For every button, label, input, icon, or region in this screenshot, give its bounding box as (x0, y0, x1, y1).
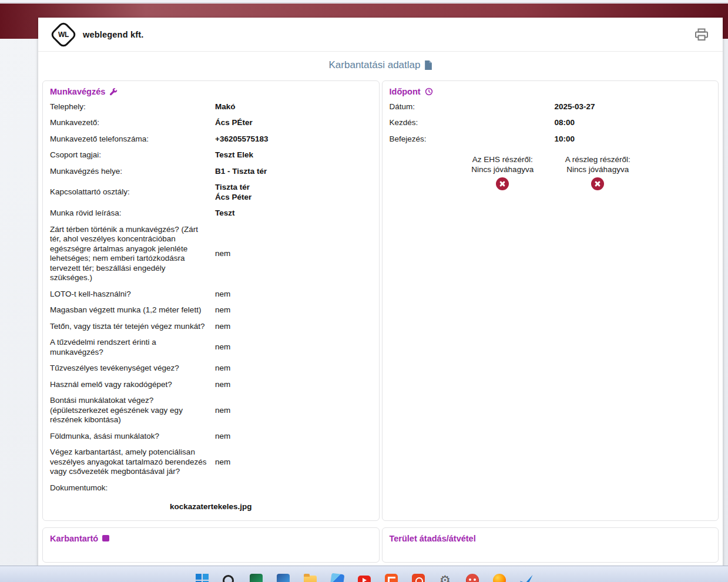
panels-row-2: Karbantartó Terület átadás/átvétel (38, 521, 723, 563)
field-value: nem (215, 249, 372, 259)
not-approved-x-icon (591, 177, 604, 190)
field-value: Makó (215, 102, 372, 112)
field-label: Csoport tagjai: (50, 150, 215, 160)
panel-title-text: Időpont (390, 87, 421, 96)
munkavegzes-rows: Telephely: Makó Munkavezető: Ács PÉter M… (50, 99, 372, 496)
form-row: Magasban végzett munka (1,2 méter felett… (50, 302, 372, 319)
word-icon[interactable] (277, 574, 290, 582)
field-value: 08:00 (555, 118, 712, 128)
approvals: Az EHS részéről: Nincs jóváhagyva A rész… (390, 154, 712, 190)
form-row: Befejezés: 10:00 (390, 131, 712, 147)
opera-icon[interactable] (466, 574, 479, 582)
approval-label: Az EHS részéről: (455, 154, 549, 164)
field-value: B1 - Tiszta tér (215, 167, 372, 177)
form-row: Használ emelő vagy rakodógépet? nem (50, 376, 372, 393)
form-row: Földmunka, ásási munkálatok? nem (50, 428, 372, 445)
form-row: Munka rövid leírása: Teszt (50, 206, 372, 222)
form-row: Dokumentumok: (50, 480, 372, 496)
paint3d-icon[interactable] (330, 573, 344, 582)
field-value: Teszt (215, 208, 372, 218)
panel-idopont-title: Időpont (390, 87, 712, 96)
panel-title-text: Munkavégzés (50, 87, 105, 96)
field-value: Teszt Elek (215, 150, 372, 160)
panel-terulet-title: Terület átadás/átvétel (390, 534, 712, 543)
field-value: nem (215, 380, 372, 390)
brand-logo: WL weblegend kft. (51, 22, 144, 47)
field-label: Végez karbantartást, amely potenciálisan… (50, 448, 215, 477)
browser-edge-strip (0, 0, 728, 3)
panel-title-text: Karbantartó (50, 534, 98, 543)
file-explorer-icon[interactable] (304, 574, 317, 582)
snagit-icon[interactable] (385, 574, 398, 582)
card-header: WL weblegend kft. (38, 18, 723, 52)
form-row: Végez karbantartást, amely potenciálisan… (50, 445, 372, 480)
field-label: Magasban végzett munka (1,2 méter felett… (50, 305, 215, 315)
field-value: nem (215, 342, 372, 352)
field-label: Dátum: (390, 102, 555, 112)
approval-block: A részleg részéről: Nincs jóváhagyva (551, 154, 645, 190)
field-value: nem (215, 305, 372, 315)
field-label: Használ emelő vagy rakodógépet? (50, 380, 215, 390)
search-icon[interactable] (223, 574, 236, 582)
windows-taskbar: ⚙ (0, 566, 728, 582)
form-row: A tűzvédelmi rendszert érinti a munkavég… (50, 335, 372, 361)
field-label: Kapcsolattartó osztály: (50, 187, 215, 197)
panels-row-1: Munkavégzés Telephely: Makó Munkavezető:… (38, 77, 723, 521)
page-title-row: Karbantatási adatlap (38, 52, 723, 77)
firefox-icon[interactable] (493, 574, 506, 582)
field-label: Kezdés: (390, 118, 555, 128)
form-row: Kezdés: 08:00 (390, 115, 712, 132)
field-label: Telephely: (50, 102, 215, 112)
approval-status: Nincs jóváhagyva (551, 164, 645, 174)
field-label: Befejezés: (390, 134, 555, 144)
field-label: Zárt térben történik a munkavégzés? (Zár… (50, 225, 215, 283)
panel-terulet: Terület átadás/átvétel (382, 527, 719, 563)
wrench-icon (109, 88, 118, 96)
document-file-name: kockazatertekeles.jpg (50, 496, 372, 512)
adobe-icon[interactable] (412, 574, 425, 582)
field-label: Tűzveszélyes tevékenységet végez? (50, 364, 215, 374)
field-label: Bontási munkálatokat végez? (épületszerk… (50, 396, 215, 425)
panel-karbantarto: Karbantartó (42, 527, 380, 563)
weblegend-logo-icon: WL (49, 20, 78, 48)
print-button[interactable] (693, 27, 710, 42)
form-row: LOTO-t kell-használni? nem (50, 286, 372, 302)
field-value: nem (215, 457, 372, 467)
panel-munkavegzes: Munkavégzés Telephely: Makó Munkavezető:… (42, 80, 380, 521)
not-approved-x-icon (496, 177, 509, 190)
page-title: Karbantatási adatlap (329, 59, 421, 71)
field-value: nem (215, 432, 372, 442)
panel-munkavegzes-title: Munkavégzés (50, 87, 372, 96)
panel-karbantarto-title: Karbantartó (50, 534, 372, 543)
panel-title-text: Terület átadás/átvétel (390, 534, 476, 543)
form-row: Zárt térben történik a munkavégzés? (Zár… (50, 221, 372, 286)
windows-icon[interactable] (196, 574, 209, 582)
form-row: Munkavezető: Ács PÉter (50, 115, 372, 132)
youtube-icon[interactable] (358, 574, 371, 582)
field-value: nem (215, 406, 372, 416)
field-value: 10:00 (555, 134, 712, 144)
settings-gear-icon[interactable]: ⚙ (439, 574, 452, 582)
form-row: Tetőn, vagy tiszta tér tetején végez mun… (50, 318, 372, 335)
field-label: Munka rövid leírása: (50, 208, 215, 218)
form-row: Telephely: Makó (50, 99, 372, 115)
form-row: Bontási munkálatokat végez? (épületszerk… (50, 393, 372, 429)
mail-icon[interactable] (520, 574, 533, 582)
field-label: A tűzvédelmi rendszert érinti a munkavég… (50, 338, 215, 357)
printer-icon (695, 28, 709, 41)
field-value: 2025-03-27 (555, 102, 712, 112)
field-label: Munkavezető telefonszáma: (50, 134, 215, 144)
form-row: Munkavezető telefonszáma: +36205575183 (50, 131, 372, 147)
field-label: Munkavégzés helye: (50, 167, 215, 177)
form-row: Munkavégzés helye: B1 - Tiszta tér (50, 163, 372, 180)
field-value: Tiszta tér Ács Péter (215, 183, 372, 202)
field-value: +36205575183 (215, 134, 372, 144)
excel-icon[interactable] (250, 574, 263, 582)
clock-icon (425, 88, 433, 96)
approval-label: A részleg részéről: (551, 154, 645, 164)
approval-block: Az EHS részéről: Nincs jóváhagyva (455, 154, 549, 190)
document-icon (424, 60, 432, 70)
field-value: nem (215, 364, 372, 374)
field-value: nem (215, 322, 372, 332)
logo-monogram: WL (58, 31, 69, 39)
